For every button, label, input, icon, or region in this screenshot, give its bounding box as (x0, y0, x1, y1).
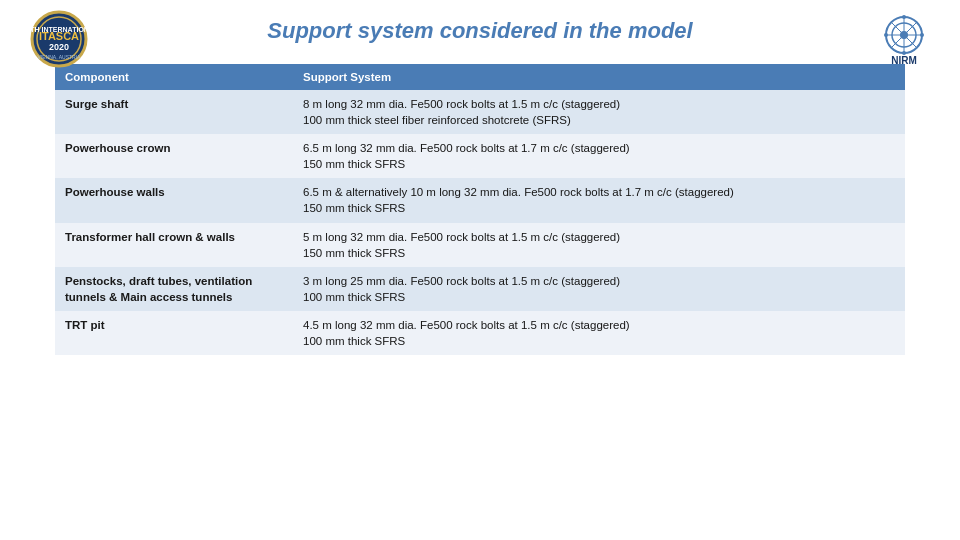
cell-component: Powerhouse crown (55, 134, 293, 178)
main-content: Component Support System Surge shaft8 m … (0, 54, 960, 365)
cell-component: TRT pit (55, 311, 293, 355)
cell-component: Powerhouse walls (55, 178, 293, 222)
svg-point-12 (900, 31, 908, 39)
cell-component: Penstocks, draft tubes, ventilation tunn… (55, 267, 293, 311)
table-header-row: Component Support System (55, 64, 905, 90)
svg-text:2020: 2020 (49, 42, 69, 52)
svg-text:ITASCA: ITASCA (39, 30, 79, 42)
page-header: FIFTH INTERNATIONAL ITASCA 2020 VIENNA, … (0, 0, 960, 54)
table-row: Surge shaft8 m long 32 mm dia. Fe500 roc… (55, 90, 905, 134)
logo-right: NIRM (870, 10, 940, 70)
svg-point-13 (902, 15, 906, 19)
svg-text:VIENNA, AUSTRIA: VIENNA, AUSTRIA (38, 54, 81, 60)
svg-text:NIRM: NIRM (891, 55, 917, 66)
table-row: Powerhouse walls6.5 m & alternatively 10… (55, 178, 905, 222)
table-row: Transformer hall crown & walls5 m long 3… (55, 223, 905, 267)
cell-support: 8 m long 32 mm dia. Fe500 rock bolts at … (293, 90, 905, 134)
table-row: Powerhouse crown6.5 m long 32 mm dia. Fe… (55, 134, 905, 178)
cell-component: Surge shaft (55, 90, 293, 134)
table-row: TRT pit4.5 m long 32 mm dia. Fe500 rock … (55, 311, 905, 355)
page-title: Support system considered in the model (267, 18, 692, 44)
cell-support: 3 m long 25 mm dia. Fe500 rock bolts at … (293, 267, 905, 311)
logo-left: FIFTH INTERNATIONAL ITASCA 2020 VIENNA, … (20, 10, 100, 70)
cell-support: 6.5 m & alternatively 10 m long 32 mm di… (293, 178, 905, 222)
cell-support: 4.5 m long 32 mm dia. Fe500 rock bolts a… (293, 311, 905, 355)
header-support: Support System (293, 64, 905, 90)
svg-point-15 (884, 33, 888, 37)
cell-support: 5 m long 32 mm dia. Fe500 rock bolts at … (293, 223, 905, 267)
support-system-table: Component Support System Surge shaft8 m … (55, 64, 905, 355)
svg-point-16 (920, 33, 924, 37)
table-row: Penstocks, draft tubes, ventilation tunn… (55, 267, 905, 311)
cell-component: Transformer hall crown & walls (55, 223, 293, 267)
cell-support: 6.5 m long 32 mm dia. Fe500 rock bolts a… (293, 134, 905, 178)
